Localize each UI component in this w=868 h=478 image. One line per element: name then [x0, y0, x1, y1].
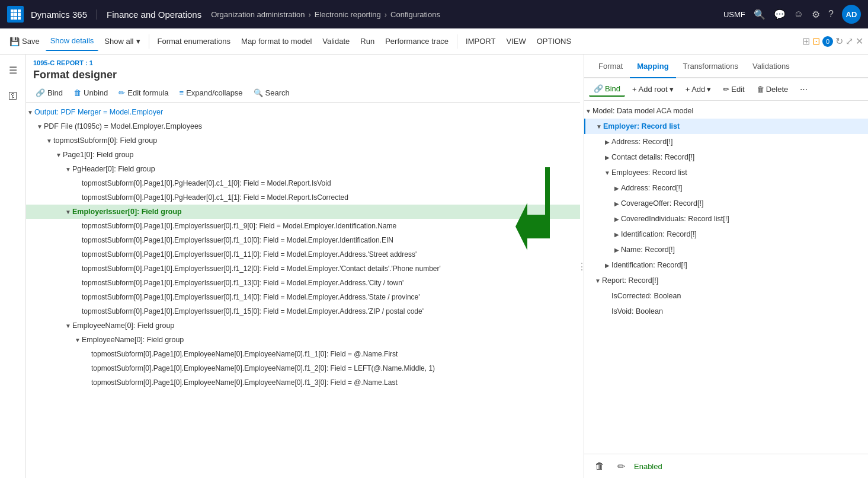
format-enumerations-button[interactable]: Format enumerations	[153, 32, 236, 51]
tab-mapping[interactable]: Mapping	[630, 55, 675, 78]
model-tree-node[interactable]: ▶Identification: Record[!]	[584, 257, 868, 273]
model-tree-node[interactable]: ▶Address: Record[!]	[584, 180, 868, 196]
tree-arrow-icon[interactable]	[73, 179, 82, 187]
tree-node[interactable]: topmostSubform[0].Page1[0].EmployerIssue…	[26, 290, 580, 304]
tree-node[interactable]: topmostSubform[0].Page1[0].EmployerIssue…	[26, 304, 580, 318]
model-tree-node[interactable]: ▼Employer: Record list	[584, 119, 868, 134]
model-tree-arrow-icon[interactable]: ▼	[584, 107, 592, 115]
tree-node[interactable]: ▼PgHeader[0]: Field group	[26, 162, 580, 176]
show-all-button[interactable]: Show all ▾	[100, 32, 145, 51]
tree-arrow-icon[interactable]: ▼	[64, 321, 72, 330]
tree-node[interactable]: topmostSubform[0].Page1[0].EmployerIssue…	[26, 247, 580, 262]
model-tree-node[interactable]: IsVoid: Boolean	[584, 304, 868, 319]
model-tree-arrow-icon[interactable]: ▶	[613, 230, 621, 238]
office-icon[interactable]: ⊡	[812, 36, 820, 47]
options-button[interactable]: OPTIONS	[532, 32, 576, 51]
model-tree-node[interactable]: ▶CoveredIndividuals: Record list[!]	[584, 211, 868, 227]
expand-icon[interactable]: ⤢	[845, 36, 853, 47]
format-tree[interactable]: ▼Output: PDF Merger = Model.Employer▼PDF…	[26, 103, 580, 478]
model-tree-node[interactable]: ▶Identification: Record[!]	[584, 227, 868, 242]
add-button[interactable]: + Add ▾	[681, 82, 716, 96]
model-tree-node[interactable]: IsCorrected: Boolean	[584, 288, 868, 304]
filter-icon[interactable]: ⚿	[2, 85, 24, 107]
bind-button[interactable]: 🔗 Bind	[31, 86, 68, 100]
model-tree-node[interactable]: ▼Model: Data model ACA model	[584, 103, 868, 119]
run-button[interactable]: Run	[355, 32, 379, 51]
tree-node[interactable]: ▼EmployeeName[0]: Field group	[26, 333, 580, 347]
edit-bottom-button[interactable]: ✏	[613, 458, 629, 474]
tree-arrow-icon[interactable]	[83, 378, 91, 387]
tree-arrow-icon[interactable]	[73, 193, 82, 202]
model-tree-arrow-icon[interactable]	[603, 307, 611, 316]
delete-button[interactable]: 🗑 Delete	[752, 82, 793, 96]
tree-node[interactable]: topmostSubform[0].Page1[0].PgHeader[0].c…	[26, 176, 580, 190]
tree-node[interactable]: ▼EmployerIssuer[0]: Field group	[26, 205, 580, 219]
tree-node[interactable]: topmostSubform[0].Page1[0].EmployerIssue…	[26, 276, 580, 290]
model-tree-node[interactable]: ▼Employees: Record list	[584, 165, 868, 180]
tree-node[interactable]: ▼Output: PDF Merger = Model.Employer	[26, 105, 580, 119]
model-tree-arrow-icon[interactable]	[603, 292, 611, 300]
save-button[interactable]: 💾 Save	[5, 32, 44, 51]
tab-validations[interactable]: Validations	[745, 55, 797, 78]
tree-node[interactable]: ▼PDF File (f1095c) = Model.Employer.Empl…	[26, 119, 580, 133]
tree-node[interactable]: topmostSubform[0].Page1[0].PgHeader[0].c…	[26, 190, 580, 205]
tree-node[interactable]: topmostSubform[0].Page1[0].EmployerIssue…	[26, 262, 580, 276]
tab-format[interactable]: Format	[591, 55, 630, 78]
model-tree-arrow-icon[interactable]: ▶	[603, 153, 611, 161]
tree-arrow-icon[interactable]: ▼	[26, 108, 34, 116]
tree-arrow-icon[interactable]: ▼	[36, 122, 44, 130]
tree-arrow-icon[interactable]	[73, 265, 82, 273]
tree-node[interactable]: ▼EmployeeName[0]: Field group	[26, 318, 580, 333]
tree-arrow-icon[interactable]	[73, 293, 82, 301]
validate-button[interactable]: Validate	[318, 32, 354, 51]
model-tree-arrow-icon[interactable]: ▶	[603, 261, 611, 269]
breadcrumb-er[interactable]: Electronic reporting	[315, 10, 381, 19]
chat-icon[interactable]: 💬	[774, 9, 786, 20]
add-root-button[interactable]: + Add root ▾	[627, 82, 678, 96]
tree-node[interactable]: topmostSubform[0].Page1[0].EmployeeName[…	[26, 347, 580, 361]
search-nav-icon[interactable]: 🔍	[754, 9, 765, 20]
model-tree-arrow-icon[interactable]: ▶	[603, 138, 611, 146]
smiley-icon[interactable]: ☺	[794, 9, 803, 20]
settings-icon[interactable]: ⚙	[812, 9, 820, 20]
performance-trace-button[interactable]: Performance trace	[380, 32, 453, 51]
expand-collapse-button[interactable]: ≡ Expand/collapse	[175, 86, 248, 100]
tree-arrow-icon[interactable]	[73, 236, 82, 244]
tree-arrow-icon[interactable]	[73, 250, 82, 259]
tree-arrow-icon[interactable]: ▼	[73, 336, 82, 344]
tree-node[interactable]: topmostSubform[0].Page1[0].EmployerIssue…	[26, 219, 580, 233]
model-tree-node[interactable]: ▶CoverageOffer: Record[!]	[584, 196, 868, 211]
tree-arrow-icon[interactable]	[73, 307, 82, 316]
tree-node[interactable]: ▼Page1[0]: Field group	[26, 148, 580, 162]
tree-arrow-icon[interactable]	[83, 350, 91, 358]
map-format-to-model-button[interactable]: Map format to model	[236, 32, 316, 51]
tree-arrow-icon[interactable]: ▼	[64, 208, 72, 216]
notification-badge[interactable]: 0	[822, 36, 833, 47]
tree-arrow-icon[interactable]	[73, 279, 82, 287]
edit-button[interactable]: ✏ Edit	[718, 82, 749, 96]
search-button[interactable]: 🔍 Search	[249, 86, 294, 100]
model-tree-node[interactable]: ▶Contact details: Record[!]	[584, 149, 868, 165]
model-tree-arrow-icon[interactable]: ▼	[603, 168, 611, 177]
model-tree-node[interactable]: ▼Report: Record[!]	[584, 273, 868, 288]
tree-node[interactable]: ▼topmostSubform[0]: Field group	[26, 133, 580, 148]
user-avatar[interactable]: AD	[842, 5, 861, 24]
edit-formula-button[interactable]: ✏ Edit formula	[114, 86, 173, 100]
tree-node[interactable]: topmostSubform[0].Page1[0].EmployeeName[…	[26, 375, 580, 390]
model-tree-arrow-icon[interactable]: ▼	[594, 276, 602, 285]
tree-arrow-icon[interactable]: ▼	[45, 136, 53, 145]
tree-arrow-icon[interactable]: ▼	[55, 151, 63, 159]
model-tree-arrow-icon[interactable]: ▶	[613, 184, 621, 192]
panel-divider[interactable]	[580, 55, 584, 478]
tree-arrow-icon[interactable]: ▼	[64, 165, 72, 173]
model-tree-node[interactable]: ▶Name: Record[!]	[584, 242, 868, 257]
model-tree-arrow-icon[interactable]: ▼	[595, 122, 603, 130]
import-button[interactable]: IMPORT	[461, 32, 500, 51]
refresh-icon[interactable]: ↻	[835, 36, 843, 47]
tree-arrow-icon[interactable]	[83, 364, 91, 372]
model-tree[interactable]: ▼Model: Data model ACA model▼Employer: R…	[584, 101, 868, 454]
nav-expand-icon[interactable]: ☰	[2, 59, 24, 81]
model-tree-node[interactable]: ▶Address: Record[!]	[584, 134, 868, 149]
view-button[interactable]: VIEW	[501, 32, 530, 51]
model-tree-arrow-icon[interactable]: ▶	[613, 246, 621, 254]
